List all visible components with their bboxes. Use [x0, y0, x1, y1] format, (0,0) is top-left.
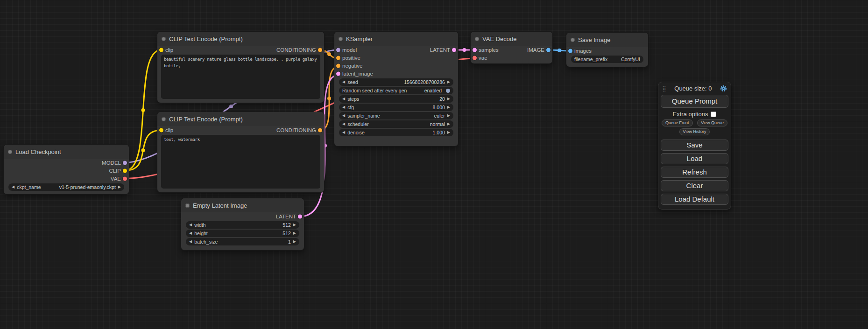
- collapse-dot-icon[interactable]: [8, 150, 12, 154]
- samples-input-port[interactable]: [473, 48, 477, 52]
- clip-text-encode-header[interactable]: CLIP Text Encode (Prompt): [157, 112, 324, 126]
- negative-input-port[interactable]: [336, 63, 340, 68]
- slot-row: latent_image: [334, 70, 458, 77]
- increment-arrow-icon[interactable]: ▶: [447, 114, 450, 118]
- latent-image-input-port[interactable]: [336, 71, 340, 76]
- conditioning-output-port[interactable]: [318, 48, 322, 52]
- queue-prompt-button[interactable]: Queue Prompt: [661, 95, 728, 108]
- settings-gear-icon[interactable]: [720, 85, 727, 92]
- height-widget[interactable]: ◀ height 512 ▶: [186, 230, 299, 237]
- collapse-dot-icon[interactable]: [339, 37, 343, 41]
- vae-input-port[interactable]: [473, 56, 477, 60]
- increment-arrow-icon[interactable]: ▶: [293, 231, 296, 235]
- queue-size-label: Queue size: 0: [666, 85, 720, 92]
- drag-handle-icon[interactable]: ⣿: [662, 85, 666, 92]
- clip-input-port[interactable]: [159, 128, 163, 132]
- conditioning-output-port[interactable]: [318, 128, 322, 132]
- node-ksampler[interactable]: KSampler model LATENT positive negative …: [334, 32, 458, 146]
- load-default-button[interactable]: Load Default: [661, 194, 728, 205]
- sampler-name-widget[interactable]: ◀ sampler_name euler ▶: [339, 112, 453, 119]
- collapse-dot-icon[interactable]: [162, 37, 166, 41]
- view-queue-button[interactable]: View Queue: [697, 119, 727, 126]
- negative-prompt-textarea[interactable]: text, watermark: [161, 135, 320, 189]
- seed-widget[interactable]: ◀ seed 156680208700286 ▶: [339, 78, 453, 86]
- ckpt-name-widget[interactable]: ◀ ckpt_name v1-5-pruned-emaonly.ckpt ▶: [8, 183, 124, 191]
- node-clip-text-encode-positive[interactable]: CLIP Text Encode (Prompt) clip CONDITION…: [157, 32, 324, 103]
- node-graph-canvas[interactable]: Load Checkpoint MODEL CLIP VAE ◀ ckpt_na…: [0, 0, 868, 329]
- node-load-checkpoint[interactable]: Load Checkpoint MODEL CLIP VAE ◀ ckpt_na…: [4, 145, 129, 194]
- decrement-arrow-icon[interactable]: ◀: [342, 114, 345, 118]
- model-output-port[interactable]: [123, 161, 127, 165]
- collapse-dot-icon[interactable]: [162, 117, 166, 121]
- decrement-arrow-icon[interactable]: ◀: [12, 185, 14, 189]
- link-midpoint-dot: [141, 148, 145, 152]
- increment-arrow-icon[interactable]: ▶: [293, 223, 296, 227]
- view-history-button[interactable]: View History: [679, 128, 710, 135]
- empty-latent-image-header[interactable]: Empty Latent Image: [181, 198, 304, 212]
- save-image-header[interactable]: Save Image: [566, 33, 648, 47]
- decrement-arrow-icon[interactable]: ◀: [342, 97, 345, 101]
- latent-output-port[interactable]: [452, 48, 456, 52]
- cfg-widget[interactable]: ◀ cfg 8.000 ▶: [339, 104, 453, 111]
- decrement-arrow-icon[interactable]: ◀: [342, 80, 345, 84]
- ksampler-header[interactable]: KSampler: [334, 32, 458, 46]
- positive-input-port[interactable]: [336, 56, 340, 60]
- clip-text-encode-header[interactable]: CLIP Text Encode (Prompt): [157, 32, 324, 46]
- load-button[interactable]: Load: [661, 153, 728, 164]
- increment-arrow-icon[interactable]: ▶: [118, 185, 121, 189]
- model-input-port[interactable]: [336, 48, 340, 52]
- queue-front-button[interactable]: Queue Front: [662, 119, 693, 126]
- widget-label: seed: [347, 79, 358, 85]
- samples-input-label: samples: [479, 47, 499, 53]
- slot-row: LATENT: [181, 212, 304, 220]
- decrement-arrow-icon[interactable]: ◀: [342, 122, 345, 126]
- vae-output-port[interactable]: [123, 176, 127, 181]
- save-button[interactable]: Save: [661, 140, 728, 151]
- image-output-port[interactable]: [546, 48, 550, 52]
- refresh-button[interactable]: Refresh: [661, 167, 728, 178]
- extra-options-checkbox[interactable]: [711, 112, 716, 117]
- increment-arrow-icon[interactable]: ▶: [447, 131, 450, 134]
- slot-row: images: [566, 47, 648, 55]
- node-vae-decode[interactable]: VAE Decode samples IMAGE vae: [471, 32, 552, 63]
- random-seed-toggle-widget[interactable]: Random seed after every gen enabled: [339, 87, 453, 94]
- width-widget[interactable]: ◀ width 512 ▶: [186, 221, 299, 229]
- positive-prompt-textarea[interactable]: beautiful scenery nature glass bottle la…: [161, 55, 320, 99]
- images-input-port[interactable]: [568, 49, 572, 53]
- increment-arrow-icon[interactable]: ▶: [447, 105, 450, 109]
- decrement-arrow-icon[interactable]: ◀: [342, 105, 345, 109]
- increment-arrow-icon[interactable]: ▶: [447, 122, 450, 126]
- link-midpoint-dot: [557, 49, 561, 52]
- latent-output-port[interactable]: [298, 214, 302, 218]
- increment-arrow-icon[interactable]: ▶: [293, 240, 296, 244]
- clip-output-port[interactable]: [123, 168, 127, 173]
- clear-button[interactable]: Clear: [661, 180, 728, 191]
- collapse-dot-icon[interactable]: [475, 37, 479, 41]
- collapse-dot-icon[interactable]: [185, 203, 190, 208]
- steps-widget[interactable]: ◀ steps 20 ▶: [339, 95, 453, 103]
- batch-size-widget[interactable]: ◀ batch_size 1 ▶: [186, 238, 299, 245]
- slot-row: CLIP: [4, 167, 129, 175]
- filename-prefix-widget[interactable]: filename_prefix ComfyUI: [571, 56, 643, 63]
- widget-value: euler: [434, 113, 445, 119]
- node-title: Empty Latent Image: [193, 202, 247, 209]
- increment-arrow-icon[interactable]: ▶: [447, 80, 450, 84]
- vae-decode-header[interactable]: VAE Decode: [471, 32, 552, 46]
- decrement-arrow-icon[interactable]: ◀: [342, 131, 345, 134]
- decrement-arrow-icon[interactable]: ◀: [189, 240, 192, 244]
- collapse-dot-icon[interactable]: [571, 38, 575, 42]
- node-empty-latent-image[interactable]: Empty Latent Image LATENT ◀ width 512 ▶ …: [181, 198, 304, 250]
- load-checkpoint-header[interactable]: Load Checkpoint: [4, 145, 129, 159]
- node-clip-text-encode-negative[interactable]: CLIP Text Encode (Prompt) clip CONDITION…: [157, 112, 324, 192]
- toggle-knob-icon[interactable]: [446, 89, 450, 93]
- increment-arrow-icon[interactable]: ▶: [447, 97, 450, 101]
- vae-input-label: vae: [479, 55, 487, 61]
- denoise-widget[interactable]: ◀ denoise 1.000 ▶: [339, 129, 453, 136]
- node-save-image[interactable]: Save Image images filename_prefix ComfyU…: [566, 33, 648, 67]
- decrement-arrow-icon[interactable]: ◀: [189, 223, 192, 227]
- clip-input-port[interactable]: [159, 48, 163, 52]
- widget-value: enabled: [424, 88, 442, 93]
- clip-output-label: CLIP: [109, 168, 121, 174]
- scheduler-widget[interactable]: ◀ scheduler normal ▶: [339, 120, 453, 128]
- decrement-arrow-icon[interactable]: ◀: [189, 231, 192, 235]
